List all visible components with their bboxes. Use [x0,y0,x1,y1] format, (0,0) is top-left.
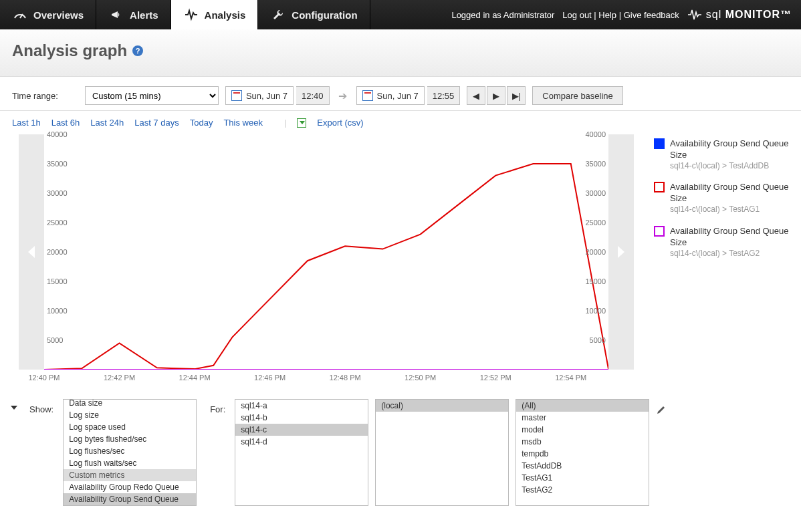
nav-tab-configuration[interactable]: Configuration [258,0,370,29]
gauge-icon [12,7,28,23]
logged-in-text: Logged in as Administrator [451,10,554,20]
list-option[interactable]: tempdb [516,448,649,460]
date-to-text: Sun, Jun 7 [377,91,419,101]
time-range-label: Time range: [12,91,78,101]
chart-row: 500010000150002000025000300003500040000 … [0,134,801,395]
chart-plot-area[interactable] [44,134,608,370]
edit-icon[interactable] [656,404,667,415]
pulse-logo-icon [687,7,702,22]
y-axis-right: 500010000150002000025000300003500040000 [576,134,608,370]
legend-swatch [654,138,665,149]
date-to-group: Sun, Jun 7 12:55 [356,86,461,105]
y-axis-left: 500010000150002000025000300003500040000 [44,134,76,370]
x-axis: 12:40 PM12:42 PM12:44 PM12:46 PM12:48 PM… [44,374,608,386]
database-listbox[interactable]: (All)mastermodelmsdbtempdbTestAddDBTestA… [516,399,649,506]
list-option[interactable]: TestAddDB [516,460,649,472]
date-to-picker[interactable]: Sun, Jun 7 [356,86,425,105]
list-option[interactable]: sql14-d [235,436,368,448]
help-link[interactable]: Help [598,10,616,20]
list-option[interactable]: sql14-a [235,400,368,412]
megaphone-icon [108,7,124,23]
list-option[interactable]: Availability Group Redo Queue [64,481,196,493]
list-option[interactable]: master [516,412,649,424]
quicklink-last-6h[interactable]: Last 6h [51,118,80,128]
app-logo: sql MONITOR™ [687,7,792,22]
legend-swatch [654,226,665,237]
list-option[interactable]: TestAG2 [516,484,649,496]
list-option[interactable]: TestAG1 [516,472,649,484]
arrow-right-icon: ➔ [336,90,350,102]
list-option[interactable]: sql14-b [235,412,368,424]
pulse-icon [183,7,199,23]
list-option[interactable]: Log size [64,409,196,421]
export-icon [297,118,306,128]
list-option[interactable]: model [516,424,649,436]
wrench-icon [270,7,286,23]
calendar-icon [231,90,242,101]
legend-item[interactable]: Availability Group Send Queue Sizesql14-… [654,182,789,215]
list-option[interactable]: Log flush waits/sec [64,457,196,469]
list-option[interactable]: msdb [516,436,649,448]
list-option[interactable]: Data size [64,399,196,409]
time-nav-buttons: ◀ ▶ ▶| [467,86,526,105]
for-label: For: [203,399,228,414]
date-from-group: Sun, Jun 7 12:40 [225,86,330,105]
chart-legend: Availability Group Send Queue Sizesql14-… [654,134,789,269]
show-label: Show: [23,399,56,414]
prev-button[interactable]: ◀ [467,86,485,105]
list-option[interactable]: Log space used [64,421,196,433]
help-icon[interactable]: ? [132,45,143,56]
chart-pan-right[interactable] [608,134,634,370]
quicklink-today[interactable]: Today [190,118,213,128]
quicklink-last-7-days[interactable]: Last 7 days [134,118,179,128]
export-csv-link[interactable]: Export (csv) [317,118,363,128]
list-option[interactable]: Log flushes/sec [64,445,196,457]
legend-item[interactable]: Availability Group Send Queue Sizesql14-… [654,226,789,259]
date-from-picker[interactable]: Sun, Jun 7 [225,86,294,105]
nav-tab-analysis[interactable]: Analysis [171,0,259,29]
list-option[interactable]: (local) [376,400,508,412]
selector-row: Show: Data sizeLog sizeLog space usedLog… [0,395,801,519]
list-option[interactable]: Availability Group Send Queue [64,493,196,505]
metric-listbox[interactable]: Data sizeLog sizeLog space usedLog bytes… [63,399,197,506]
calendar-icon [362,90,373,101]
controls-bar: Time range: Custom (15 mins) Sun, Jun 7 … [0,77,801,111]
quick-links: Last 1hLast 6hLast 24hLast 7 daysTodayTh… [0,111,801,134]
legend-swatch [654,182,665,192]
top-nav: OverviewsAlertsAnalysisConfiguration Log… [0,0,801,29]
nav-tabs: OverviewsAlertsAnalysisConfiguration [0,0,370,29]
nav-tab-overviews[interactable]: Overviews [0,0,96,29]
quicklink-this-week[interactable]: This week [223,118,263,128]
quicklink-last-1h[interactable]: Last 1h [12,118,41,128]
list-option: Custom metrics [64,469,196,481]
time-from-input[interactable]: 12:40 [296,86,330,105]
compare-baseline-button[interactable]: Compare baseline [532,86,623,105]
list-option[interactable]: sql14-c [235,424,368,436]
nav-tab-alerts[interactable]: Alerts [96,0,171,29]
quicklink-last-24h[interactable]: Last 24h [90,118,124,128]
list-option[interactable]: Log bytes flushed/sec [64,433,196,445]
logout-link[interactable]: Log out [562,10,591,20]
next-button[interactable]: ▶ [487,86,505,105]
feedback-link[interactable]: Give feedback [624,10,679,20]
instance-listbox[interactable]: (local) [375,399,509,506]
nav-right: Logged in as Administrator Log out | Hel… [451,0,801,29]
chart-container: 500010000150002000025000300003500040000 … [12,134,641,388]
collapse-toggle[interactable] [11,406,17,410]
last-button[interactable]: ▶| [507,86,526,105]
legend-item[interactable]: Availability Group Send Queue Sizesql14-… [654,138,789,171]
page-title: Analysis graph [12,41,127,60]
list-option[interactable]: (All) [516,400,649,412]
page-header: Analysis graph ? [0,29,801,77]
server-listbox[interactable]: sql14-asql14-bsql14-csql14-d [235,399,368,506]
time-to-input[interactable]: 12:55 [427,86,461,105]
time-range-select[interactable]: Custom (15 mins) [85,86,219,105]
date-from-text: Sun, Jun 7 [246,91,288,101]
chart-pan-left[interactable] [19,134,44,370]
